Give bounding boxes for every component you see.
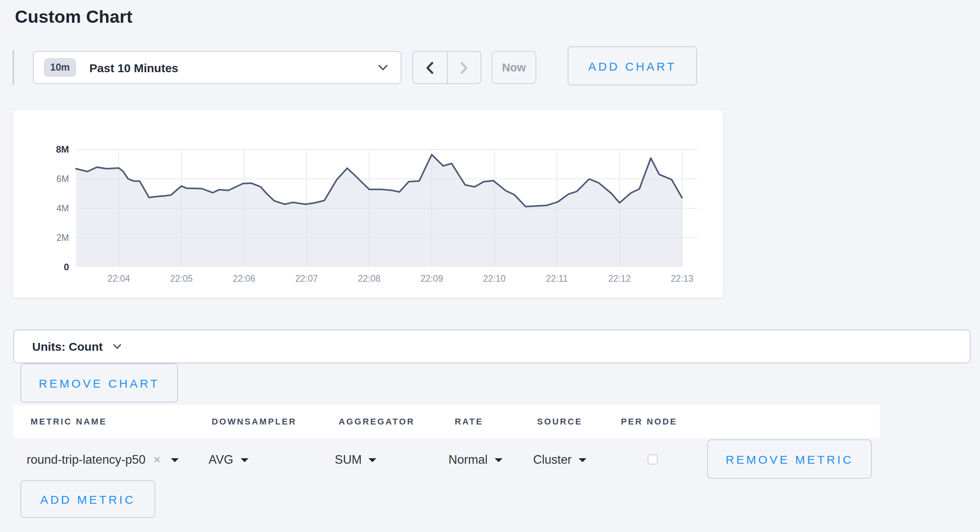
col-header-source: SOURCE [537,417,583,426]
svg-text:22:04: 22:04 [107,273,130,284]
toolbar-accent-bar [13,50,14,85]
aggregator-dropdown[interactable]: SUM [335,438,377,482]
remove-metric-button[interactable]: REMOVE METRIC [707,439,872,479]
col-header-downsampler: DOWNSAMPLER [212,417,297,426]
time-range-label: Past 10 Minutes [89,61,378,74]
svg-text:22:11: 22:11 [546,273,568,284]
per-node-checkbox[interactable] [648,454,658,465]
chevron-down-icon [113,343,122,350]
svg-text:6M: 6M [56,174,69,184]
downsampler-dropdown[interactable]: AVG [209,438,248,482]
aggregator-value: SUM [335,453,362,467]
remove-chart-button[interactable]: REMOVE CHART [20,363,178,403]
svg-text:22:12: 22:12 [608,273,631,284]
units-label: Units: Count [32,340,103,353]
metric-name-value: round-trip-latency-p50 [27,453,145,467]
col-header-rate: RATE [455,417,483,426]
time-nav-group [412,51,481,84]
caret-down-icon [369,458,377,462]
now-button[interactable]: Now [492,51,536,84]
col-header-per-node: PER NODE [621,417,677,426]
caret-down-icon [579,458,586,462]
chevron-right-icon [459,61,469,74]
svg-text:22:10: 22:10 [483,273,506,284]
metrics-table-header: METRIC NAME DOWNSAMPLER AGGREGATOR RATE … [13,405,880,438]
source-value: Cluster [533,453,572,467]
svg-text:22:09: 22:09 [421,273,443,284]
time-forward-button[interactable] [447,52,481,83]
add-chart-button[interactable]: ADD CHART [568,46,697,86]
add-metric-button[interactable]: ADD METRIC [20,480,155,518]
caret-down-icon [495,458,503,462]
svg-text:8M: 8M [56,144,69,155]
svg-text:0: 0 [64,262,69,272]
downsampler-value: AVG [209,453,233,467]
chart-panel: 02M4M6M8M22:0422:0522:0622:0722:0822:092… [13,110,723,297]
source-dropdown[interactable]: Cluster [533,438,586,482]
svg-text:22:05: 22:05 [170,273,193,284]
time-range-badge: 10m [44,58,76,77]
metrics-line-chart: 02M4M6M8M22:0422:0522:0622:0722:0822:092… [13,110,723,297]
svg-text:22:06: 22:06 [233,273,256,284]
units-dropdown[interactable]: Units: Count [13,330,971,363]
svg-text:4M: 4M [56,203,69,213]
caret-down-icon [171,458,179,462]
chevron-left-icon [425,61,435,74]
col-header-aggregator: AGGREGATOR [339,417,415,426]
time-back-button[interactable] [413,52,447,83]
caret-down-icon [240,458,248,462]
metric-name-dropdown[interactable]: round-trip-latency-p50 × [27,438,179,482]
svg-text:22:08: 22:08 [358,273,381,284]
time-range-dropdown[interactable]: 10m Past 10 Minutes [33,51,401,84]
col-header-metric-name: METRIC NAME [31,417,107,426]
rate-dropdown[interactable]: Normal [448,438,503,482]
svg-text:22:07: 22:07 [295,273,318,284]
chevron-down-icon [378,64,388,71]
custom-chart-page: Custom Chart 10m Past 10 Minutes Now ADD… [0,0,980,532]
svg-text:2M: 2M [56,233,69,243]
remove-token-icon[interactable]: × [153,453,161,467]
page-title: Custom Chart [15,7,132,27]
rate-value: Normal [448,453,488,467]
svg-text:22:13: 22:13 [671,273,693,284]
